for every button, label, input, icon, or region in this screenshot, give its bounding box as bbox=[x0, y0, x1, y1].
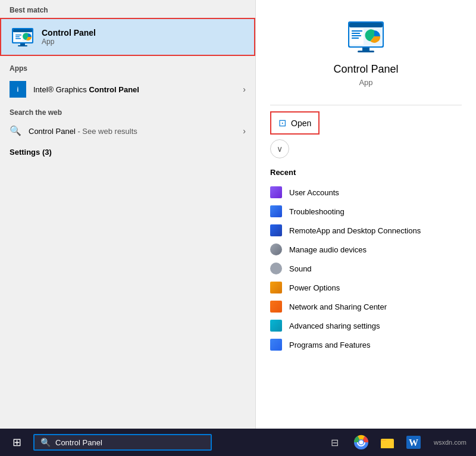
settings-item[interactable]: Settings (3) bbox=[0, 142, 255, 163]
search-web-icon: 🔍 bbox=[10, 125, 21, 137]
svg-rect-19 bbox=[362, 48, 369, 51]
divider-1 bbox=[270, 105, 462, 105]
svg-rect-9 bbox=[18, 45, 27, 46]
settings-label: Settings (3) bbox=[10, 148, 52, 157]
network-icon bbox=[270, 301, 282, 313]
search-web-item[interactable]: 🔍 Control Panel - See web results › bbox=[0, 120, 255, 142]
task-view-button[interactable]: ⊟ bbox=[327, 434, 343, 451]
recent-item-text: Power Options bbox=[289, 283, 340, 292]
svg-rect-27 bbox=[381, 441, 394, 448]
svg-rect-14 bbox=[352, 30, 362, 32]
remoteapp-icon bbox=[270, 224, 282, 236]
best-match-label: Best match bbox=[0, 0, 255, 18]
best-match-subtitle: App bbox=[42, 38, 96, 46]
intel-icon: i bbox=[10, 81, 26, 98]
open-button[interactable]: ⊡ Open bbox=[270, 111, 320, 135]
sound-icon bbox=[270, 263, 282, 274]
intel-graphics-app-item[interactable]: i Intel® Graphics Control Panel › bbox=[0, 76, 255, 102]
open-icon: ⊡ bbox=[278, 117, 286, 129]
recent-item-network[interactable]: Network and Sharing Center bbox=[270, 297, 462, 316]
start-menu: Best match bbox=[0, 0, 476, 429]
file-explorer-icon[interactable] bbox=[379, 434, 396, 451]
search-web-chevron-icon: › bbox=[243, 126, 246, 136]
recent-item-text: User Accounts bbox=[289, 188, 339, 197]
chrome-icon[interactable] bbox=[353, 434, 369, 451]
taskbar-search-icon: 🔍 bbox=[40, 438, 51, 447]
svg-rect-17 bbox=[352, 38, 359, 39]
svg-rect-12 bbox=[349, 23, 383, 27]
taskbar-search-text: Control Panel bbox=[55, 438, 205, 447]
task-view-icon: ⊟ bbox=[331, 437, 339, 448]
search-web-label: Search the web bbox=[0, 102, 255, 120]
right-panel: Control Panel App ⊡ Open ∨ Recent User A… bbox=[256, 0, 476, 429]
svg-rect-5 bbox=[15, 36, 20, 38]
recent-item-remoteapp[interactable]: RemoteApp and Desktop Connections bbox=[270, 221, 462, 240]
recent-item-power[interactable]: Power Options bbox=[270, 278, 462, 297]
app-big-icon bbox=[347, 18, 385, 56]
see-results-text: - See web results bbox=[77, 127, 137, 136]
best-match-title: Control Panel bbox=[42, 28, 96, 38]
svg-rect-16 bbox=[352, 35, 361, 36]
recent-label: Recent bbox=[270, 168, 462, 177]
taskbar-icons: ⊟ W bbox=[327, 434, 471, 451]
recent-item-text: Advanced sharing settings bbox=[289, 321, 380, 330]
open-button-label: Open bbox=[291, 118, 311, 128]
intel-chevron-icon: › bbox=[243, 85, 246, 94]
svg-rect-15 bbox=[352, 33, 360, 34]
svg-rect-6 bbox=[15, 38, 21, 39]
recent-item-troubleshooting[interactable]: Troubleshooting bbox=[270, 202, 462, 221]
word-icon[interactable]: W bbox=[405, 434, 422, 451]
svg-rect-8 bbox=[20, 43, 25, 45]
audio-icon bbox=[270, 243, 282, 255]
svg-rect-20 bbox=[358, 51, 374, 52]
chevron-down-icon: ∨ bbox=[277, 144, 283, 154]
taskbar: ⊞ 🔍 Control Panel ⊟ bbox=[0, 429, 476, 456]
search-web-text: Control Panel - See web results bbox=[29, 127, 243, 136]
recent-item-advanced-sharing[interactable]: Advanced sharing settings bbox=[270, 316, 462, 335]
recent-item-text: RemoteApp and Desktop Connections bbox=[289, 226, 421, 235]
svg-rect-4 bbox=[15, 35, 21, 36]
watermark-text: wsxdn.com bbox=[434, 439, 466, 446]
power-icon bbox=[270, 282, 282, 293]
recent-item-text: Programs and Features bbox=[289, 341, 371, 349]
app-big-subtitle: App bbox=[270, 78, 462, 87]
recent-item-sound[interactable]: Sound bbox=[270, 259, 462, 278]
troubleshooting-icon bbox=[270, 205, 282, 217]
best-match-item[interactable]: Control Panel App bbox=[0, 18, 255, 56]
control-panel-icon bbox=[11, 25, 35, 49]
user-accounts-icon bbox=[270, 186, 282, 198]
recent-item-programs[interactable]: Programs and Features bbox=[270, 335, 462, 354]
app-big-title: Control Panel bbox=[270, 63, 462, 76]
advanced-sharing-icon bbox=[270, 320, 282, 332]
recent-item-text: Troubleshooting bbox=[289, 207, 345, 216]
svg-rect-2 bbox=[13, 29, 32, 32]
left-panel: Best match bbox=[0, 0, 256, 429]
search-query: Control Panel bbox=[29, 127, 76, 136]
start-button[interactable]: ⊞ bbox=[5, 430, 29, 454]
best-match-text: Control Panel App bbox=[42, 28, 96, 46]
svg-text:W: W bbox=[409, 438, 418, 448]
recent-item-text: Sound bbox=[289, 264, 312, 273]
recent-item-text: Manage audio devices bbox=[289, 245, 367, 254]
intel-app-name: Intel® Graphics Control Panel bbox=[33, 85, 243, 94]
svg-point-24 bbox=[359, 441, 363, 445]
expand-button[interactable]: ∨ bbox=[270, 139, 289, 158]
recent-item-text: Network and Sharing Center bbox=[289, 302, 387, 311]
recent-item-audio[interactable]: Manage audio devices bbox=[270, 240, 462, 259]
programs-icon bbox=[270, 339, 282, 351]
apps-label: Apps bbox=[0, 58, 255, 76]
taskbar-search-box[interactable]: 🔍 Control Panel bbox=[33, 434, 212, 451]
recent-item-user-accounts[interactable]: User Accounts bbox=[270, 183, 462, 202]
